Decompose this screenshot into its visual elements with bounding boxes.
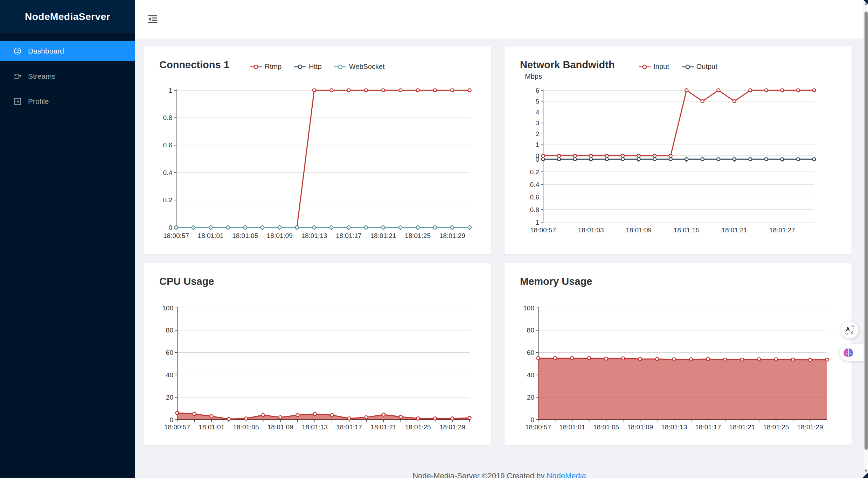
legend-item-websocket[interactable]: WebSocket <box>334 63 385 71</box>
legend-item-http[interactable]: Http <box>294 63 322 71</box>
cpu-chart-canvas[interactable]: 02040608010018:00:5718:01:0118:01:0518:0… <box>144 263 491 445</box>
legend-item-input[interactable]: Input <box>639 63 669 71</box>
svg-text:18:00:57: 18:00:57 <box>163 232 189 239</box>
svg-text:1: 1 <box>535 219 539 226</box>
svg-text:4: 4 <box>535 108 539 116</box>
svg-text:40: 40 <box>166 371 173 379</box>
legend-marker-icon <box>250 64 262 69</box>
svg-text:18:01:17: 18:01:17 <box>336 423 362 431</box>
window-corner-top <box>863 0 868 5</box>
legend-marker-icon <box>639 64 651 69</box>
svg-text:18:00:57: 18:00:57 <box>164 423 190 431</box>
sidebar-item-label: Dashboard <box>28 47 64 55</box>
svg-text:6: 6 <box>535 87 539 94</box>
svg-text:1: 1 <box>535 141 539 148</box>
svg-text:18:01:01: 18:01:01 <box>198 232 224 239</box>
svg-text:18:01:21: 18:01:21 <box>721 226 747 234</box>
svg-text:18:01:05: 18:01:05 <box>232 232 258 239</box>
svg-text:0.4: 0.4 <box>163 169 173 176</box>
svg-text:20: 20 <box>527 394 534 401</box>
svg-text:18:00:57: 18:00:57 <box>530 226 556 234</box>
svg-text:0.2: 0.2 <box>163 196 172 204</box>
brain-icon <box>843 348 854 358</box>
connections-chart-canvas[interactable]: 00.20.40.60.8118:00:5718:01:0118:01:0518… <box>144 47 491 254</box>
svg-text:100: 100 <box>523 304 534 312</box>
svg-text:18:01:17: 18:01:17 <box>695 423 721 431</box>
svg-text:18:01:21: 18:01:21 <box>729 423 755 431</box>
svg-text:2: 2 <box>535 130 539 138</box>
menu-fold-icon <box>148 14 158 24</box>
svg-text:18:01:13: 18:01:13 <box>301 232 327 239</box>
svg-text:18:01:09: 18:01:09 <box>268 423 293 431</box>
svg-text:0.8: 0.8 <box>530 206 539 213</box>
svg-text:0: 0 <box>169 416 173 423</box>
scrollbar-thumb[interactable] <box>864 12 868 450</box>
sidebar-item-label: Profile <box>28 97 49 106</box>
svg-text:18:01:13: 18:01:13 <box>661 423 687 431</box>
chart-legend: RtmpHttpWebSocket <box>144 63 491 71</box>
legend-item-output[interactable]: Output <box>682 63 717 71</box>
translate-icon: A x <box>845 325 855 335</box>
svg-text:0: 0 <box>530 416 534 423</box>
legend-label: WebSocket <box>349 63 385 71</box>
svg-text:0: 0 <box>168 224 172 231</box>
page-footer: Node-Media-Server ©2019 Created by NodeM… <box>135 471 863 478</box>
app-title: NodeMediaServer <box>25 11 110 22</box>
sidebar-menu: Dashboard Streams Profile <box>0 41 135 111</box>
legend-marker-icon <box>334 64 346 69</box>
svg-text:3: 3 <box>535 119 539 127</box>
card-memory-usage: Memory Usage 02040608010018:00:5718:01:0… <box>505 263 852 445</box>
svg-text:18:01:01: 18:01:01 <box>199 423 224 431</box>
svg-text:18:01:09: 18:01:09 <box>627 423 653 431</box>
legend-label: Output <box>696 63 717 71</box>
svg-text:80: 80 <box>527 326 534 334</box>
svg-text:60: 60 <box>527 349 534 356</box>
scrollbar-down-arrow[interactable] <box>864 470 868 472</box>
svg-text:18:01:03: 18:01:03 <box>578 226 604 234</box>
svg-text:18:01:25: 18:01:25 <box>405 423 431 431</box>
chart-legend: InputOutput <box>505 63 852 71</box>
sidebar-item-streams[interactable]: Streams <box>0 66 135 86</box>
svg-text:18:01:13: 18:01:13 <box>302 423 328 431</box>
legend-label: Http <box>309 63 322 71</box>
scrollbar[interactable] <box>863 0 868 478</box>
translate-button[interactable]: A x <box>841 322 858 338</box>
svg-text:18:01:29: 18:01:29 <box>797 423 823 431</box>
window-corner-bottom <box>862 472 868 478</box>
svg-text:18:01:29: 18:01:29 <box>439 232 465 239</box>
legend-marker-icon <box>682 64 694 69</box>
legend-label: Input <box>653 63 669 71</box>
svg-text:18:01:05: 18:01:05 <box>233 423 259 431</box>
profile-icon <box>13 97 22 106</box>
sidebar-item-label: Streams <box>28 72 55 80</box>
bandwidth-chart-canvas[interactable]: 012345600.20.40.60.8118:00:5718:01:0318:… <box>505 47 852 254</box>
top-header <box>135 0 863 38</box>
svg-text:40: 40 <box>527 371 534 379</box>
svg-text:x: x <box>851 330 853 335</box>
svg-text:18:00:57: 18:00:57 <box>525 423 551 431</box>
svg-text:A: A <box>846 326 850 332</box>
memory-chart-canvas[interactable]: 02040608010018:00:5718:01:0118:01:0518:0… <box>505 263 852 445</box>
dashboard-icon <box>13 47 22 55</box>
menu-fold-button[interactable] <box>148 14 158 24</box>
svg-text:18:01:17: 18:01:17 <box>336 232 362 239</box>
sidebar-item-profile[interactable]: Profile <box>0 91 135 111</box>
svg-text:1: 1 <box>168 87 172 94</box>
svg-text:60: 60 <box>166 349 173 356</box>
legend-item-rtmp[interactable]: Rtmp <box>250 63 282 71</box>
legend-marker-icon <box>294 64 306 69</box>
svg-text:18:01:29: 18:01:29 <box>439 423 465 431</box>
svg-text:18:01:21: 18:01:21 <box>370 232 396 239</box>
svg-text:18:01:09: 18:01:09 <box>626 226 652 234</box>
svg-text:18:01:27: 18:01:27 <box>769 226 795 234</box>
y-axis-unit-label: Mbps <box>525 72 542 80</box>
svg-text:18:01:09: 18:01:09 <box>267 232 293 239</box>
ai-assistant-button[interactable] <box>840 344 863 361</box>
sidebar-item-dashboard[interactable]: Dashboard <box>0 41 135 61</box>
svg-text:0.6: 0.6 <box>530 194 539 201</box>
chart-title: Memory Usage <box>520 276 592 287</box>
svg-text:100: 100 <box>162 304 173 312</box>
card-cpu-usage: CPU Usage 02040608010018:00:5718:01:0118… <box>144 263 491 445</box>
svg-text:5: 5 <box>535 98 539 105</box>
footer-link[interactable]: NodeMedia <box>547 471 586 478</box>
